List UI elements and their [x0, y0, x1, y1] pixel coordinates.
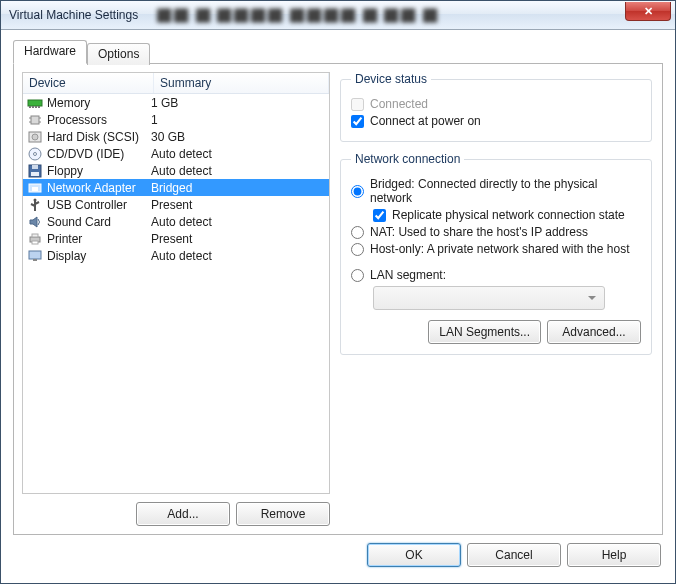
- ok-button[interactable]: OK: [367, 543, 461, 567]
- device-row-nic[interactable]: Network AdapterBridged: [23, 179, 329, 196]
- device-summary: 1: [145, 113, 329, 127]
- memory-icon: [27, 96, 43, 110]
- device-row-cd[interactable]: CD/DVD (IDE)Auto detect: [23, 145, 329, 162]
- device-row-cpu[interactable]: Processors1: [23, 111, 329, 128]
- hardware-panel: Device Summary Memory1 GBProcessors1Hard…: [13, 63, 663, 535]
- svg-rect-18: [32, 187, 38, 191]
- connect-power-on-row[interactable]: Connect at power on: [351, 114, 641, 128]
- nat-label: NAT: Used to share the host's IP address: [370, 225, 588, 239]
- device-summary: Present: [145, 198, 329, 212]
- device-name: Display: [47, 249, 86, 263]
- remove-button[interactable]: Remove: [236, 502, 330, 526]
- nic-icon: [27, 181, 43, 195]
- nat-row[interactable]: NAT: Used to share the host's IP address: [351, 225, 641, 239]
- device-summary: Present: [145, 232, 329, 246]
- device-name: Floppy: [47, 164, 83, 178]
- close-icon: ✕: [644, 5, 653, 18]
- svg-rect-5: [31, 116, 39, 124]
- svg-marker-23: [30, 217, 37, 227]
- advanced-button[interactable]: Advanced...: [547, 320, 641, 344]
- device-row-memory[interactable]: Memory1 GB: [23, 94, 329, 111]
- device-summary: Auto detect: [145, 147, 329, 161]
- titlebar[interactable]: Virtual Machine Settings ⬛⬛ ⬛ ⬛⬛⬛⬛ ⬛⬛⬛⬛ …: [1, 1, 675, 30]
- replicate-label: Replicate physical network connection st…: [392, 208, 625, 222]
- display-icon: [27, 249, 43, 263]
- col-device-header[interactable]: Device: [23, 73, 154, 93]
- device-name: Hard Disk (SCSI): [47, 130, 139, 144]
- lan-radio[interactable]: [351, 269, 364, 282]
- tab-strip: Hardware Options: [13, 40, 663, 64]
- svg-rect-26: [32, 241, 38, 244]
- svg-rect-28: [33, 259, 37, 261]
- hostonly-radio[interactable]: [351, 243, 364, 256]
- cancel-button[interactable]: Cancel: [467, 543, 561, 567]
- sound-icon: [27, 215, 43, 229]
- svg-point-13: [34, 152, 37, 155]
- network-connection-group: Network connection Bridged: Connected di…: [340, 152, 652, 355]
- device-list[interactable]: Device Summary Memory1 GBProcessors1Hard…: [22, 72, 330, 494]
- vm-settings-window: Virtual Machine Settings ⬛⬛ ⬛ ⬛⬛⬛⬛ ⬛⬛⬛⬛ …: [0, 0, 676, 584]
- device-status-group: Device status Connected Connect at power…: [340, 72, 652, 142]
- connect-power-on-label: Connect at power on: [370, 114, 481, 128]
- svg-rect-16: [31, 172, 39, 176]
- svg-rect-15: [32, 165, 38, 169]
- bridged-label: Bridged: Connected directly to the physi…: [370, 177, 641, 205]
- close-button[interactable]: ✕: [625, 2, 671, 21]
- device-summary: Auto detect: [145, 164, 329, 178]
- device-summary: Auto detect: [145, 249, 329, 263]
- replicate-row[interactable]: Replicate physical network connection st…: [373, 208, 641, 222]
- add-button[interactable]: Add...: [136, 502, 230, 526]
- device-row-sound[interactable]: Sound CardAuto detect: [23, 213, 329, 230]
- device-summary: 30 GB: [145, 130, 329, 144]
- lan-segments-button[interactable]: LAN Segments...: [428, 320, 541, 344]
- device-name: CD/DVD (IDE): [47, 147, 124, 161]
- bridged-radio[interactable]: [351, 185, 364, 198]
- bridged-row[interactable]: Bridged: Connected directly to the physi…: [351, 177, 641, 205]
- device-summary: Auto detect: [145, 215, 329, 229]
- device-name: Sound Card: [47, 215, 111, 229]
- device-summary: 1 GB: [145, 96, 329, 110]
- device-row-floppy[interactable]: FloppyAuto detect: [23, 162, 329, 179]
- left-column: Device Summary Memory1 GBProcessors1Hard…: [22, 72, 330, 526]
- device-row-usb[interactable]: USB ControllerPresent: [23, 196, 329, 213]
- device-status-legend: Device status: [351, 72, 431, 86]
- svg-rect-25: [32, 234, 38, 237]
- lan-segment-select[interactable]: [373, 286, 605, 310]
- connected-label: Connected: [370, 97, 428, 111]
- device-row-hdd[interactable]: Hard Disk (SCSI)30 GB: [23, 128, 329, 145]
- tab-options[interactable]: Options: [87, 43, 150, 65]
- device-list-header: Device Summary: [23, 73, 329, 94]
- device-row-printer[interactable]: PrinterPresent: [23, 230, 329, 247]
- svg-rect-4: [38, 106, 40, 108]
- tab-options-label: Options: [98, 47, 139, 61]
- svg-point-20: [34, 198, 37, 201]
- svg-rect-0: [28, 100, 42, 106]
- hostonly-label: Host-only: A private network shared with…: [370, 242, 629, 256]
- device-buttons: Add... Remove: [22, 502, 330, 526]
- nat-radio[interactable]: [351, 226, 364, 239]
- replicate-checkbox[interactable]: [373, 209, 386, 222]
- help-button[interactable]: Help: [567, 543, 661, 567]
- device-name: Network Adapter: [47, 181, 136, 195]
- tab-hardware[interactable]: Hardware: [13, 40, 87, 64]
- connected-checkbox: [351, 98, 364, 111]
- connect-power-on-checkbox[interactable]: [351, 115, 364, 128]
- svg-point-11: [32, 134, 38, 140]
- device-name: USB Controller: [47, 198, 127, 212]
- hdd-icon: [27, 130, 43, 144]
- window-title: Virtual Machine Settings: [9, 8, 138, 22]
- device-name: Printer: [47, 232, 82, 246]
- lan-label: LAN segment:: [370, 268, 446, 282]
- cd-icon: [27, 147, 43, 161]
- connected-row: Connected: [351, 97, 641, 111]
- hostonly-row[interactable]: Host-only: A private network shared with…: [351, 242, 641, 256]
- usb-icon: [27, 198, 43, 212]
- svg-rect-3: [35, 106, 37, 108]
- lan-row[interactable]: LAN segment:: [351, 268, 641, 282]
- svg-rect-2: [32, 106, 34, 108]
- col-summary-header[interactable]: Summary: [154, 73, 329, 93]
- device-summary: Bridged: [145, 181, 329, 195]
- tab-hardware-label: Hardware: [24, 44, 76, 58]
- device-row-display[interactable]: DisplayAuto detect: [23, 247, 329, 264]
- titlebar-blur: ⬛⬛ ⬛ ⬛⬛⬛⬛ ⬛⬛⬛⬛ ⬛ ⬛⬛ ⬛: [156, 8, 439, 23]
